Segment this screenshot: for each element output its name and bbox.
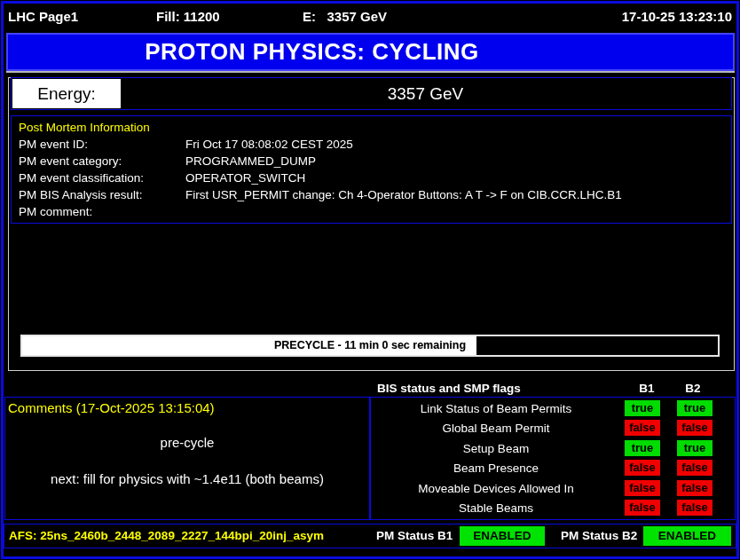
top-status-bar: LHC Page1 Fill: 11200 E: 3357 GeV 17-10-…: [4, 4, 736, 31]
pm-status-b2-badge: ENABLED: [643, 526, 731, 546]
flag-badge-b2: false: [677, 460, 712, 476]
bis-row-label: Stable Beams: [371, 499, 621, 517]
energy-label: Energy:: [12, 79, 121, 108]
bis-row-moveable-devices: Moveable Devices Allowed In false false: [371, 479, 735, 498]
bis-row-label: Beam Presence: [371, 459, 621, 477]
bis-row-label: Setup Beam: [371, 439, 621, 458]
comments-panel: Comments (17-Oct-2025 13:15:04) pre-cycl…: [4, 397, 370, 520]
pm-event-classification-value: OPERATOR_SWITCH: [185, 170, 731, 186]
bis-column-b2: B2: [680, 382, 706, 395]
bis-flags-panel: Link Status of Beam Permits true true Gl…: [370, 397, 736, 520]
post-mortem-panel: Post Mortem Information PM event ID: Fri…: [11, 115, 732, 224]
flag-badge-b1: false: [625, 500, 660, 516]
comments-title: Comments (17-Oct-2025 13:15:04): [8, 400, 215, 415]
afs-filling-scheme: AFS: 25ns_2460b_2448_2089_2227_144bpi_20…: [9, 525, 324, 548]
energy-value: 3357 GeV: [121, 78, 730, 109]
flag-badge-b1: true: [625, 440, 660, 456]
flag-badge-b2: false: [677, 480, 712, 496]
bis-row-setup-beam: Setup Beam true true: [371, 439, 735, 458]
flag-badge-b1: false: [625, 420, 660, 436]
pm-status-b1-label: PM Status B1: [376, 525, 453, 548]
bottom-status-bar: AFS: 25ns_2460b_2448_2089_2227_144bpi_20…: [4, 524, 736, 548]
flag-badge-b1: true: [625, 400, 660, 416]
flag-badge-b2: false: [677, 420, 712, 436]
pm-bis-analysis-label: PM BIS Analysis result:: [19, 186, 185, 203]
datetime: 17-10-25 13:23:10: [622, 9, 732, 24]
pm-row: PM event classification: OPERATOR_SWITCH: [19, 170, 731, 186]
bis-row-label: Moveable Devices Allowed In: [371, 479, 621, 498]
pm-row: PM event category: PROGRAMMED_DUMP: [19, 153, 731, 170]
bis-row-label: Link Status of Beam Permits: [371, 399, 621, 418]
bis-row-global-beam-permit: Global Beam Permit false false: [371, 419, 735, 438]
bis-column-b1: B1: [634, 382, 660, 395]
app-title: LHC Page1: [8, 9, 78, 24]
post-mortem-title: Post Mortem Information: [19, 119, 731, 136]
page-title-banner: PROTON PHYSICS: CYCLING: [6, 33, 735, 71]
flag-badge-b2: true: [677, 440, 712, 456]
pm-bis-analysis-value: First USR_PERMIT change: Ch 4-Operator B…: [185, 186, 731, 203]
flag-badge-b2: true: [677, 400, 712, 416]
pm-row: PM event ID: Fri Oct 17 08:08:02 CEST 20…: [19, 136, 731, 153]
bis-row-label: Global Beam Permit: [371, 419, 621, 438]
flag-badge-b1: false: [625, 480, 660, 496]
comment-line: next: fill for physics with ~1.4e11 (bot…: [5, 471, 369, 486]
pm-event-id-label: PM event ID:: [19, 136, 185, 153]
flag-badge-b2: false: [677, 500, 712, 516]
pm-row: PM comment:: [19, 203, 731, 220]
page-title: PROTON PHYSICS: CYCLING: [145, 38, 479, 66]
energy-panel: Energy: 3357 GeV: [11, 77, 732, 110]
bis-row-stable-beams: Stable Beams false false: [371, 499, 735, 517]
lhc-page1-screen: LHC Page1 Fill: 11200 E: 3357 GeV 17-10-…: [0, 0, 740, 560]
bis-row-beam-presence: Beam Presence false false: [371, 459, 735, 477]
fill-number: Fill: 11200: [156, 9, 220, 24]
flag-badge-b1: false: [625, 460, 660, 476]
precycle-progress-label: PRECYCLE - 11 min 0 sec remaining: [22, 336, 718, 355]
main-panel: Energy: 3357 GeV Post Mortem Information…: [8, 77, 735, 371]
beam-energy-readout: E: 3357 GeV: [303, 9, 387, 24]
bis-table-title: BIS status and SMP flags: [377, 382, 521, 395]
pm-comment-value: [185, 203, 731, 220]
bis-header-row: BIS status and SMP flags B1 B2: [0, 382, 740, 397]
bis-row-link-status: Link Status of Beam Permits true true: [371, 399, 735, 418]
pm-event-id-value: Fri Oct 17 08:08:02 CEST 2025: [185, 136, 731, 153]
pm-event-category-value: PROGRAMMED_DUMP: [185, 153, 731, 170]
pm-row: PM BIS Analysis result: First USR_PERMIT…: [19, 186, 731, 203]
pm-event-classification-label: PM event classification:: [19, 170, 185, 186]
pm-status-b2-label: PM Status B2: [561, 525, 637, 548]
precycle-progress-bar: PRECYCLE - 11 min 0 sec remaining: [20, 335, 720, 357]
pm-status-b1-badge: ENABLED: [460, 526, 545, 546]
pm-comment-label: PM comment:: [19, 203, 185, 220]
comment-line: pre-cycle: [5, 435, 369, 450]
pm-event-category-label: PM event category:: [19, 153, 185, 170]
